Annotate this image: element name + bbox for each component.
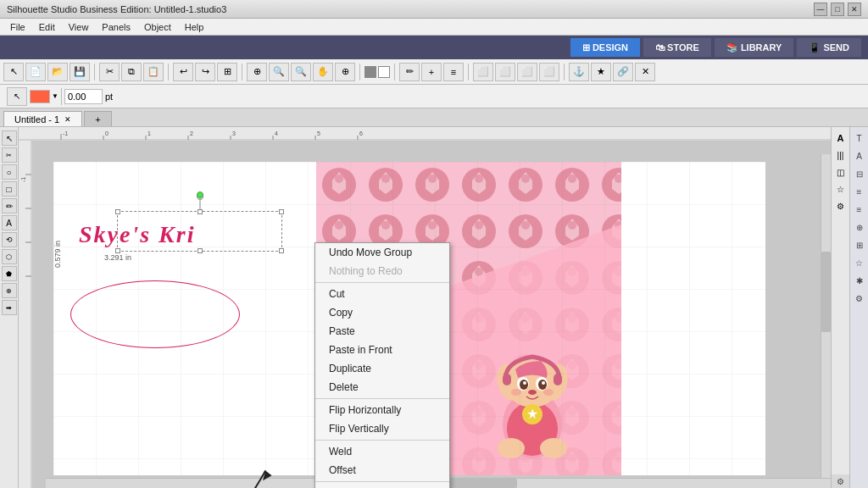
ctx-cut[interactable]: Cut [315, 285, 449, 303]
tool-warp[interactable]: ⬟ [2, 266, 17, 281]
tool-star[interactable]: ★ [591, 63, 611, 81]
fr-tool-2[interactable]: A [852, 148, 867, 164]
tool-scissors[interactable]: ✂ [2, 147, 17, 163]
align-center[interactable]: ⬜ [495, 63, 515, 81]
ctx-paste[interactable]: Paste [315, 322, 449, 341]
separator-7 [564, 64, 565, 80]
fill-color-box[interactable] [378, 66, 390, 78]
tool-link[interactable]: 🔗 [613, 63, 633, 81]
align-justify[interactable]: ⬜ [539, 63, 559, 81]
panel-star[interactable]: ☆ [833, 181, 849, 197]
menu-panels[interactable]: Panels [95, 20, 137, 34]
bottom-gear[interactable]: ⚙ [831, 474, 849, 488]
arrow-tool[interactable]: ↖ [7, 87, 27, 106]
tool-circle[interactable]: ○ [2, 164, 17, 180]
menu-file[interactable]: File [3, 20, 32, 34]
ctx-offset[interactable]: Offset [315, 461, 449, 480]
nav-library-button[interactable]: 📚 LIBRARY [715, 38, 794, 57]
ctx-group[interactable]: Group [315, 484, 449, 488]
fr-tool-6[interactable]: ⊕ [852, 219, 867, 235]
nav-design-button[interactable]: ⊞ DESIGN [570, 38, 640, 57]
maximize-button[interactable]: □ [831, 3, 844, 16]
fr-tool-10[interactable]: ⚙ [852, 291, 867, 306]
handle-tc[interactable] [198, 209, 203, 214]
zoom-fit[interactable]: ⊕ [247, 63, 267, 81]
panel-bars[interactable]: ||| [833, 147, 849, 163]
panel-layers[interactable]: ◫ [833, 164, 849, 180]
fr-tool-4[interactable]: ≡ [852, 184, 867, 199]
tool-copy[interactable]: ⧉ [121, 63, 142, 81]
nav-store-button[interactable]: 🛍 STORE [643, 38, 711, 57]
tool-pen[interactable]: ✏ [399, 63, 420, 81]
tool-open[interactable]: 📂 [47, 63, 68, 81]
tool-bars[interactable]: ≡ [443, 63, 464, 81]
tool-group[interactable]: ⊞ [217, 63, 237, 81]
dropdown-arrow[interactable]: ▼ [52, 92, 58, 100]
ctx-duplicate[interactable]: Duplicate [315, 359, 449, 378]
panel-gear[interactable]: ⚙ [833, 198, 849, 214]
tab-new[interactable]: + [84, 111, 111, 126]
tool-new[interactable]: 📄 [25, 63, 46, 81]
tool-rectangle[interactable]: □ [2, 181, 17, 197]
align-left[interactable]: ⬜ [473, 63, 493, 81]
fr-tool-3[interactable]: ⊟ [852, 166, 867, 181]
tool-pencil[interactable]: ✏ [2, 198, 17, 214]
close-button[interactable]: ✕ [848, 3, 861, 16]
color-picker[interactable] [30, 90, 50, 103]
panel-text[interactable]: A [833, 130, 849, 146]
menu-edit[interactable]: Edit [32, 20, 62, 34]
menu-help[interactable]: Help [178, 20, 211, 34]
tool-redo[interactable]: ↪ [195, 63, 215, 81]
tool-pointer[interactable]: ↖ [2, 130, 17, 146]
handle-br[interactable] [279, 248, 284, 253]
ctx-delete[interactable]: Delete [315, 378, 449, 396]
tool-eraser[interactable]: ➡ [2, 300, 17, 315]
tool-select[interactable]: ↖ [3, 63, 24, 81]
tool-hand[interactable]: ✋ [313, 63, 333, 81]
tool-cut[interactable]: ✂ [99, 63, 120, 81]
ctx-weld[interactable]: Weld [315, 442, 449, 461]
ctx-flip-h[interactable]: Flip Horizontally [315, 401, 449, 419]
fr-tool-8[interactable]: ☆ [852, 255, 867, 270]
tool-rotate[interactable]: ⟲ [2, 232, 17, 247]
tab-close[interactable]: ✕ [64, 115, 71, 124]
ctx-copy[interactable]: Copy [315, 303, 449, 322]
tool-measure[interactable]: ⊕ [335, 63, 355, 81]
tool-anchor[interactable]: ⚓ [569, 63, 589, 81]
ctx-undo-move-group[interactable]: Undo Move Group [315, 243, 449, 262]
selection-box [117, 211, 282, 252]
fr-tool-5[interactable]: ≡ [852, 202, 867, 217]
handle-bc[interactable] [198, 248, 203, 253]
tool-polygon[interactable]: ⬡ [2, 249, 17, 264]
ctx-paste-front[interactable]: Paste in Front [315, 341, 449, 359]
handle-bl[interactable] [115, 248, 120, 253]
menu-object[interactable]: Object [137, 20, 178, 34]
tab-untitled-1[interactable]: Untitled - 1 ✕ [3, 111, 82, 126]
size-input[interactable] [64, 89, 103, 104]
tool-close[interactable]: ✕ [635, 63, 655, 81]
zoom-in[interactable]: 🔍 [269, 63, 289, 81]
scrollbar-vertical[interactable] [821, 154, 831, 478]
handle-tr[interactable] [279, 209, 284, 214]
fr-tool-9[interactable]: ✱ [852, 273, 867, 288]
menu-view[interactable]: View [62, 20, 96, 34]
nav-send-button[interactable]: 📱 SEND [797, 38, 861, 57]
minimize-button[interactable]: — [814, 3, 827, 16]
handle-tl[interactable] [115, 209, 120, 214]
scroll-thumb-v[interactable] [821, 252, 831, 333]
tool-crosshair[interactable]: + [421, 63, 442, 81]
tool-zoom[interactable]: ⊕ [2, 283, 17, 298]
skye-character: ★ [469, 323, 596, 467]
tool-paste[interactable]: 📋 [143, 63, 164, 81]
tool-undo[interactable]: ↩ [173, 63, 193, 81]
align-right[interactable]: ⬜ [517, 63, 537, 81]
tool-text[interactable]: A [2, 215, 17, 230]
separator-4 [359, 64, 360, 80]
stroke-color-box[interactable] [364, 66, 376, 78]
fr-tool-1[interactable]: T [852, 130, 867, 146]
selection-anchor[interactable] [197, 191, 203, 198]
tool-save[interactable]: 💾 [70, 63, 90, 81]
fr-tool-7[interactable]: ⊞ [852, 237, 867, 252]
zoom-out[interactable]: 🔍 [291, 63, 311, 81]
ctx-flip-v[interactable]: Flip Vertically [315, 419, 449, 438]
